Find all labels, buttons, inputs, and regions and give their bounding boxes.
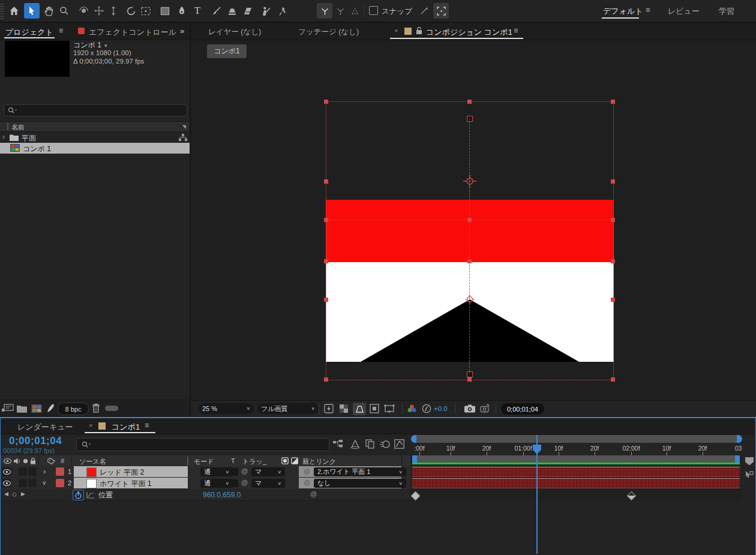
- frame-blend-icon[interactable]: [365, 439, 374, 449]
- lock-icon[interactable]: [416, 27, 422, 35]
- clone-stamp-tool[interactable]: [224, 3, 240, 19]
- snap-label[interactable]: スナップ: [382, 7, 412, 17]
- comp-canvas[interactable]: [191, 40, 756, 400]
- quality-dropdown[interactable]: フル画質∨: [257, 403, 319, 414]
- bpc-button[interactable]: 8 bpc: [58, 403, 89, 415]
- selection-handle[interactable]: [611, 100, 615, 104]
- dolly-camera-tool[interactable]: [106, 3, 121, 19]
- mask-path-toggle-icon[interactable]: [433, 3, 449, 19]
- preserve-transparency-toggle[interactable]: [230, 468, 238, 476]
- time-navigator[interactable]: [411, 435, 742, 443]
- disclosure-triangle-icon[interactable]: ▼: [103, 43, 108, 49]
- rectangle-tool[interactable]: [157, 3, 173, 19]
- color-management-icon[interactable]: [407, 404, 417, 413]
- project-column-header[interactable]: 名前 ◥: [0, 121, 190, 132]
- selection-handle[interactable]: [467, 218, 472, 222]
- close-icon[interactable]: ×: [89, 422, 92, 429]
- selection-handle[interactable]: [324, 377, 328, 382]
- panel-grip[interactable]: [0, 2, 4, 19]
- label-color-chip[interactable]: [56, 479, 64, 487]
- selection-handle[interactable]: [467, 100, 472, 104]
- graph-editor-icon[interactable]: [394, 439, 404, 449]
- property-row-position[interactable]: ◀ ◇ ▶ 位置 960.0,659.0 @: [1, 489, 410, 501]
- transparency-grid-icon[interactable]: [339, 404, 349, 413]
- puppet-pin-tool[interactable]: [275, 3, 290, 19]
- viewer-timecode[interactable]: 0;00;01;04: [501, 403, 544, 415]
- pan-camera-tool[interactable]: [91, 3, 107, 19]
- keyframe-diamond[interactable]: [411, 491, 421, 501]
- expand-arrow-icon[interactable]: ›: [2, 133, 5, 141]
- collapse-arrow-icon[interactable]: ∨: [42, 479, 46, 486]
- track-area[interactable]: [410, 464, 742, 500]
- close-icon[interactable]: ×: [394, 27, 398, 34]
- lock-toggle[interactable]: [28, 479, 37, 487]
- current-time-display[interactable]: 0;00;01;04: [9, 435, 62, 447]
- solo-toggle[interactable]: [19, 467, 27, 476]
- world-axis-mode-icon[interactable]: [332, 3, 348, 19]
- exposure-icon[interactable]: [422, 404, 431, 413]
- solo-toggle[interactable]: [19, 479, 27, 487]
- navigator-end-handle[interactable]: [737, 435, 742, 443]
- new-composition-icon[interactable]: [31, 404, 42, 413]
- tab-layer[interactable]: レイヤー (なし): [208, 27, 261, 37]
- timeline-panel-menu-icon[interactable]: ≡: [145, 421, 149, 430]
- motion-blur-icon[interactable]: [380, 440, 390, 449]
- layer-row-1[interactable]: › 1 レッド 平面 2 通∨ @ マ∨ @ 2.ホワイト 平面 1∨: [1, 466, 410, 478]
- region-of-interest-icon[interactable]: [370, 404, 379, 413]
- navigator-start-handle[interactable]: [411, 435, 416, 443]
- fast-preview-icon[interactable]: [324, 404, 334, 413]
- tab-render-queue[interactable]: レンダーキュー: [17, 422, 73, 433]
- work-area-end[interactable]: [735, 455, 740, 463]
- selection-handle[interactable]: [611, 179, 615, 184]
- pickwhip-icon[interactable]: @: [241, 467, 248, 475]
- flowchart-icon[interactable]: [179, 134, 187, 142]
- parent-pickwhip-icon[interactable]: @: [304, 479, 310, 486]
- selection-handle[interactable]: [611, 377, 615, 382]
- rotation-tool[interactable]: [123, 3, 139, 19]
- parent-dropdown[interactable]: なし∨: [314, 479, 406, 488]
- selection-handle[interactable]: [324, 259, 328, 263]
- selection-tool[interactable]: [24, 3, 40, 19]
- selection-handle[interactable]: [324, 179, 328, 184]
- pen-tool[interactable]: [174, 3, 190, 19]
- eraser-tool[interactable]: [240, 3, 256, 19]
- zoom-tool[interactable]: [56, 3, 72, 19]
- keyframe-half-diamond[interactable]: [627, 491, 637, 501]
- sort-triangle-icon[interactable]: ◥: [182, 124, 186, 130]
- scroll-pill[interactable]: [105, 406, 118, 411]
- project-search-input[interactable]: [4, 104, 187, 116]
- snap-path-icon[interactable]: [416, 3, 432, 19]
- project-panel-menu-icon[interactable]: ≡: [59, 26, 63, 35]
- tab-footage[interactable]: フッテージ (なし): [298, 27, 359, 37]
- work-area-bar[interactable]: [412, 455, 740, 463]
- selection-handle[interactable]: [324, 218, 328, 222]
- comp-button-icon[interactable]: [745, 470, 754, 479]
- project-item-folder[interactable]: › 平面: [0, 132, 190, 143]
- workspace-learn[interactable]: 学習: [719, 6, 734, 17]
- blend-mode-dropdown[interactable]: 通∨: [200, 467, 233, 476]
- pan-behind-anchor-tool[interactable]: [138, 3, 154, 19]
- stopwatch-toggle[interactable]: [73, 490, 84, 500]
- workspace-default[interactable]: デフォルト: [603, 6, 643, 17]
- viewer-panel-menu-icon[interactable]: ≡: [514, 26, 518, 35]
- label-color-chip[interactable]: [56, 467, 64, 476]
- parent-dropdown[interactable]: 2.ホワイト 平面 1∨: [314, 467, 406, 476]
- layer-name[interactable]: ホワイト 平面 1: [100, 479, 151, 489]
- brush-tool[interactable]: [209, 3, 224, 19]
- snap-checkbox[interactable]: [369, 6, 378, 15]
- add-keyframe-icon[interactable]: ◇: [12, 491, 17, 497]
- track-matte-dropdown[interactable]: マ∨: [251, 467, 285, 476]
- lock-toggle[interactable]: [28, 467, 37, 476]
- selection-handle[interactable]: [611, 298, 615, 302]
- draft-3d-icon[interactable]: [350, 440, 360, 449]
- motion-path-end-handle[interactable]: [467, 371, 473, 377]
- property-pickwhip-icon[interactable]: @: [310, 490, 317, 497]
- white-layer-anchor-point[interactable]: [465, 295, 475, 304]
- tab-composition[interactable]: コンポジション コンポ1: [426, 27, 512, 38]
- timeline-search-input[interactable]: [76, 438, 329, 451]
- workspace-menu-icon[interactable]: ≡: [646, 5, 650, 14]
- type-tool[interactable]: T: [190, 3, 205, 19]
- project-item-comp[interactable]: コンポ 1: [0, 143, 190, 154]
- hand-tool[interactable]: [41, 3, 56, 19]
- comp-marker-bin-icon[interactable]: [745, 457, 754, 466]
